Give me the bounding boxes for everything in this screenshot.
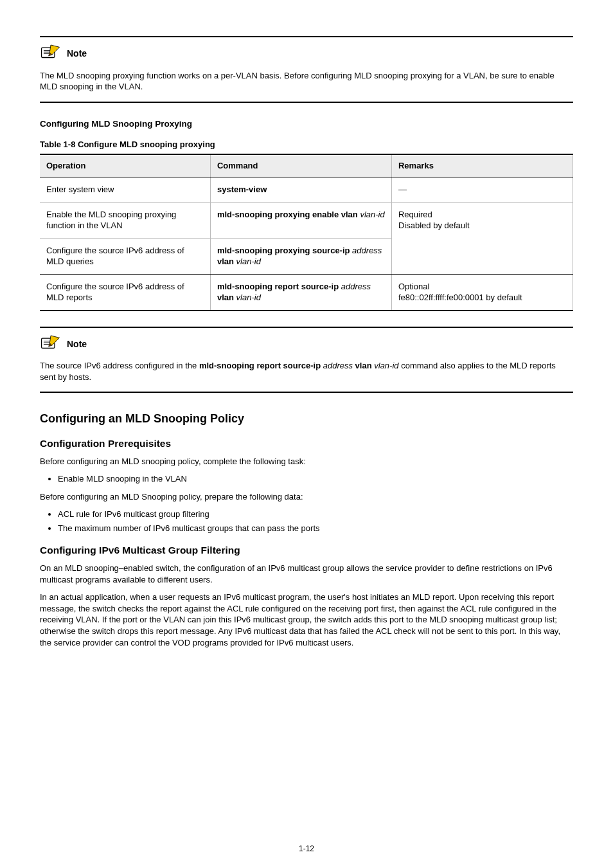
- cell-operation: Enable the MLD snooping proxying functio…: [40, 202, 210, 238]
- bullet-list: Enable MLD snooping in the VLAN: [40, 473, 573, 485]
- heading-configuring-group-filtering: Configuring IPv6 Multicast Group Filteri…: [40, 544, 573, 557]
- table-header-row: Operation Command Remarks: [40, 154, 573, 177]
- table-row: Enable the MLD snooping proxying functio…: [40, 202, 573, 238]
- heading-configuring-policy: Configuring an MLD Snooping Policy: [40, 411, 573, 426]
- cmd-keyword: mld-snooping proxying source-ip: [217, 246, 352, 255]
- cmd-keyword: system-view: [217, 185, 267, 194]
- list-item: The maximum number of IPv6 multicast gro…: [58, 523, 573, 534]
- cell-command: mld-snooping proxying source-ip address …: [210, 238, 391, 274]
- para: On an MLD snooping–enabled switch, the c…: [40, 563, 573, 585]
- remarks-line: Optional: [398, 281, 566, 293]
- list-item: ACL rule for IPv6 multicast group filter…: [58, 509, 573, 520]
- para: Before configuring an MLD Snooping polic…: [40, 491, 573, 503]
- col-command: Command: [210, 154, 391, 177]
- note-icon: [40, 44, 62, 64]
- note-label: Note: [67, 48, 87, 60]
- para: In an actual application, when a user re…: [40, 592, 573, 648]
- note-body: The source IPv6 address configured in th…: [40, 360, 573, 383]
- para: Before configuring an MLD snooping polic…: [40, 456, 573, 467]
- cmd-arg: vlan-id: [236, 257, 261, 266]
- cell-command: system-view: [210, 177, 391, 202]
- table-caption: Table 1-8 Configure MLD snooping proxyin…: [40, 139, 573, 150]
- section-heading-configure-proxying: Configuring MLD Snooping Proxying: [40, 118, 573, 130]
- page: Note The MLD snooping proxying function …: [0, 0, 613, 868]
- cell-remarks: Optional fe80::02ff:ffff:fe00:0001 by de…: [391, 274, 573, 311]
- cell-command: mld-snooping report source-ip address vl…: [210, 274, 391, 311]
- col-remarks: Remarks: [391, 154, 573, 177]
- cell-operation: Configure the source IPv6 address of MLD…: [40, 274, 210, 311]
- remarks-line: Required: [398, 209, 566, 221]
- cmd-keyword: vlan: [217, 293, 236, 302]
- cmd-keyword: mld-snooping proxying enable vlan: [217, 210, 358, 219]
- note-header: Note: [40, 44, 573, 64]
- cell-remarks: —: [391, 177, 573, 202]
- note-callout-2: Note The source IPv6 address configured …: [40, 327, 573, 393]
- bullet-list: ACL rule for IPv6 multicast group filter…: [40, 509, 573, 534]
- cmd-arg: address: [339, 282, 371, 291]
- table-row: Configure the source IPv6 address of MLD…: [40, 274, 573, 311]
- cell-command: mld-snooping proxying enable vlan vlan-i…: [210, 202, 391, 238]
- remarks-line: Disabled by default: [398, 220, 566, 231]
- list-item: Enable MLD snooping in the VLAN: [58, 473, 573, 485]
- note-icon: [40, 334, 62, 354]
- cmd-arg: vlan-id: [236, 293, 261, 302]
- cmd-keyword: mld-snooping report source-ip: [217, 282, 339, 291]
- cell-remarks: Required Disabled by default: [391, 202, 573, 274]
- note-callout-1: Note The MLD snooping proxying function …: [40, 36, 573, 103]
- note-body: The MLD snooping proxying function works…: [40, 70, 573, 93]
- table-row: Enter system view system-view —: [40, 177, 573, 202]
- remarks-dash: —: [398, 185, 407, 194]
- note-header: Note: [40, 334, 573, 354]
- heading-config-prereq: Configuration Prerequisites: [40, 437, 573, 451]
- col-operation: Operation: [40, 154, 210, 177]
- page-number: 1-12: [0, 844, 613, 854]
- cell-operation: Configure the source IPv6 address of MLD…: [40, 238, 210, 274]
- cmd-keyword: vlan: [217, 257, 236, 266]
- remarks-line: fe80::02ff:ffff:fe00:0001 by default: [398, 292, 566, 303]
- cmd-arg: vlan-id: [358, 210, 385, 219]
- command-table: Operation Command Remarks Enter system v…: [40, 154, 573, 311]
- note-label: Note: [67, 338, 87, 350]
- cell-operation: Enter system view: [40, 177, 210, 202]
- cmd-arg: address: [352, 246, 382, 255]
